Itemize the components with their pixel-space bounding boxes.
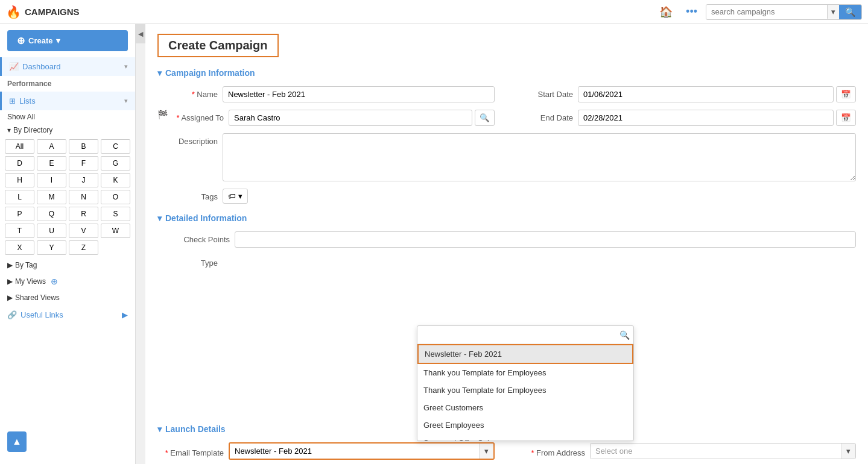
more-button[interactable]: ••• — [681, 3, 702, 20]
sidebar-collapse-button[interactable]: ◀ — [136, 24, 145, 43]
assigned-to-row: 🏁 Assigned To 🔍 — [157, 110, 495, 126]
dir-btn-g[interactable]: G — [101, 156, 130, 171]
add-view-icon[interactable]: ⊕ — [51, 277, 58, 286]
search-submit-button[interactable]: 🔍 — [839, 5, 861, 19]
dir-btn-f[interactable]: F — [69, 156, 98, 171]
search-bar: ▾ 🔍 — [706, 4, 862, 20]
end-date-input[interactable] — [578, 110, 834, 126]
launch-details-chevron-icon: ▾ — [157, 424, 162, 434]
end-date-label: End Date — [519, 110, 573, 122]
dir-btn-u[interactable]: U — [37, 224, 66, 238]
my-views-item[interactable]: ▶ My Views ⊕ — [0, 273, 135, 290]
dir-btn-m[interactable]: M — [37, 190, 66, 204]
directory-grid: All A B C D E F G H I J K L M N O P Q R … — [0, 137, 135, 257]
dir-btn-o[interactable]: O — [101, 190, 130, 204]
shared-views-item[interactable]: ▶ Shared Views — [0, 290, 135, 306]
tags-button[interactable]: 🏷 ▾ — [223, 189, 248, 204]
dir-btn-d[interactable]: D — [5, 156, 34, 171]
name-row: Name — [157, 86, 495, 102]
dir-btn-y[interactable]: Y — [37, 240, 66, 255]
name-input[interactable] — [223, 86, 495, 102]
from-address-dropdown-button[interactable]: ▾ — [841, 444, 855, 459]
detailed-info-header[interactable]: ▾ Detailed Information — [157, 213, 856, 223]
from-address-label: From Address — [519, 445, 585, 457]
start-date-calendar-button[interactable]: 📅 — [836, 86, 856, 102]
dir-btn-c[interactable]: C — [101, 139, 130, 154]
tags-row: Tags 🏷 ▾ — [157, 189, 856, 204]
dir-btn-v[interactable]: V — [69, 224, 98, 238]
search-input[interactable] — [706, 5, 827, 19]
dropdown-popup: 🔍 Newsletter - Feb 2021 Thank you Templa… — [417, 325, 634, 441]
dir-btn-all[interactable]: All — [5, 139, 34, 154]
link-icon: 🔗 — [7, 310, 17, 319]
email-template-select[interactable]: Newsletter - Feb 2021 — [230, 444, 479, 459]
by-directory-item[interactable]: ▾ By Directory — [0, 124, 135, 137]
page-title: Create Campaign — [157, 34, 279, 57]
sidebar-item-lists[interactable]: ⊞ Lists ▾ — [0, 92, 135, 110]
from-address-row: From Address Select one ▾ — [519, 442, 856, 460]
by-tag-item[interactable]: ▶ By Tag — [0, 257, 135, 273]
dir-btn-w[interactable]: W — [101, 224, 130, 238]
useful-links-chevron-icon: ▶ — [122, 310, 128, 319]
campaign-info-form: Name Start Date 📅 🏁 Assigned To — [157, 86, 856, 204]
dir-btn-p[interactable]: P — [5, 207, 34, 221]
dropdown-search-input[interactable] — [421, 328, 617, 341]
dropdown-item-0[interactable]: Newsletter - Feb 2021 — [417, 344, 633, 364]
dir-btn-j[interactable]: J — [69, 173, 98, 187]
by-tag-label: By Tag — [15, 261, 37, 269]
show-all-item[interactable]: Show All — [0, 110, 135, 124]
from-address-select-wrapper: Select one ▾ — [590, 443, 856, 459]
description-label: Description — [157, 133, 218, 146]
dir-btn-r[interactable]: R — [69, 207, 98, 221]
dir-btn-x[interactable]: X — [5, 240, 34, 255]
search-dropdown-button[interactable]: ▾ — [827, 5, 839, 19]
dropdown-item-3[interactable]: Greet Customers — [417, 399, 633, 416]
dir-btn-z[interactable]: Z — [69, 240, 98, 255]
dir-btn-l[interactable]: L — [5, 190, 34, 204]
email-template-dropdown-button[interactable]: ▾ — [479, 444, 493, 459]
launch-form-grid: Email Template Newsletter - Feb 2021 ▾ F… — [157, 442, 856, 464]
sidebar-item-dashboard[interactable]: 📈 Dashboard ▾ — [0, 57, 135, 76]
dropdown-item-5[interactable]: Seasonal Offer Sale — [417, 434, 633, 440]
dir-btn-b[interactable]: B — [69, 139, 98, 154]
create-button[interactable]: ⊕ Create ▾ — [7, 30, 128, 51]
campaign-info-section: ▾ Campaign Information Name Start Date 📅 — [157, 68, 856, 204]
assigned-to-label: Assigned To — [173, 110, 224, 122]
end-date-calendar-button[interactable]: 📅 — [836, 110, 856, 126]
dashboard-icon: 📈 — [9, 62, 19, 71]
from-address-select[interactable]: Select one — [591, 444, 841, 459]
end-date-row: End Date 📅 — [519, 110, 856, 126]
dropdown-item-2[interactable]: Thank you Template for Employees — [417, 381, 633, 399]
type-label-detail: Type — [157, 255, 218, 268]
lists-chevron-icon: ▾ — [124, 97, 128, 105]
detailed-info-section: ▾ Detailed Information Check Points Type — [157, 213, 856, 268]
tags-label: Tags — [157, 189, 218, 201]
top-nav: 🔥 CAMPAIGNS 🏠 ••• ▾ 🔍 — [0, 0, 868, 24]
performance-label: Performance — [0, 76, 135, 92]
dir-btn-e[interactable]: E — [37, 156, 66, 171]
dir-btn-k[interactable]: K — [101, 173, 130, 187]
scroll-top-button[interactable]: ▲ — [7, 431, 27, 452]
dir-btn-t[interactable]: T — [5, 224, 34, 238]
dropdown-item-4[interactable]: Greet Employees — [417, 416, 633, 434]
assigned-to-input[interactable] — [229, 110, 472, 126]
dir-btn-a[interactable]: A — [37, 139, 66, 154]
dir-btn-n[interactable]: N — [69, 190, 98, 204]
start-date-input[interactable] — [578, 86, 834, 102]
dir-btn-i[interactable]: I — [37, 173, 66, 187]
description-row: Description — [157, 133, 856, 181]
home-button[interactable]: 🏠 — [654, 3, 677, 21]
app-name: CAMPAIGNS — [25, 7, 80, 17]
campaign-info-header[interactable]: ▾ Campaign Information — [157, 68, 856, 78]
check-points-input[interactable] — [235, 231, 856, 248]
sidebar-item-useful-links[interactable]: 🔗 Useful Links ▶ — [0, 306, 135, 324]
check-points-label: Check Points — [157, 231, 230, 244]
assigned-to-search-button[interactable]: 🔍 — [475, 110, 495, 126]
dropdown-item-1[interactable]: Thank you Template for Employees — [417, 364, 633, 381]
dir-btn-h[interactable]: H — [5, 173, 34, 187]
dir-btn-s[interactable]: S — [101, 207, 130, 221]
plus-icon: ⊕ — [17, 35, 25, 46]
description-textarea[interactable] — [223, 133, 856, 181]
dir-btn-q[interactable]: Q — [37, 207, 66, 221]
name-label: Name — [157, 86, 218, 99]
